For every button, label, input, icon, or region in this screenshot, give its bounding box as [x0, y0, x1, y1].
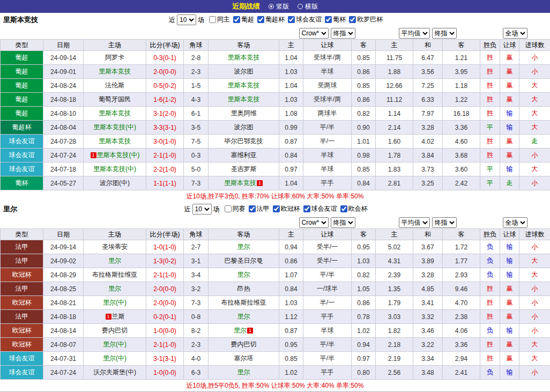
team-link[interactable]: 阿罗卡: [105, 54, 124, 61]
away-team-cell[interactable]: 塞尔塔: [209, 352, 279, 366]
home-team-cell[interactable]: 圣埃蒂安: [84, 240, 146, 254]
league-filter-checkbox[interactable]: [257, 16, 264, 23]
final-index-select[interactable]: 终指: [331, 217, 355, 228]
away-team-cell[interactable]: 里斯本竞技: [209, 93, 279, 107]
league-filter-同主[interactable]: 同主: [209, 15, 230, 24]
league-filter-欧冠杯[interactable]: 欧冠杯: [273, 204, 300, 213]
team-link[interactable]: 费内巴切: [231, 341, 257, 348]
league-filter-checkbox[interactable]: [288, 16, 295, 23]
layout-radio-horizontal[interactable]: 横版: [298, 2, 318, 11]
away-team-cell[interactable]: 里斯本竞技: [209, 79, 279, 93]
team-link[interactable]: 里斯本竞技: [99, 68, 131, 75]
team-link[interactable]: 沃尔夫斯堡(中): [93, 368, 136, 376]
away-team-cell[interactable]: 昂热: [209, 282, 279, 296]
team-link[interactable]: 法伦斯: [105, 82, 124, 89]
team-link[interactable]: 巴黎圣日尔曼: [225, 257, 263, 264]
away-team-cell[interactable]: 布拉格斯拉维亚: [209, 296, 279, 310]
score-cell[interactable]: 1-0(0-0): [146, 366, 184, 380]
home-team-cell[interactable]: 波尔图(中): [84, 176, 146, 190]
away-team-cell[interactable]: 圣吉罗斯: [209, 162, 279, 176]
score-cell[interactable]: 0-2(0-1): [146, 310, 184, 324]
score-cell[interactable]: 3-1(2-0): [146, 107, 184, 121]
home-team-cell[interactable]: 里斯本竞技: [84, 135, 146, 149]
team-link[interactable]: 昂热: [237, 285, 250, 292]
score-cell[interactable]: 1-6(1-2): [146, 93, 184, 107]
away-team-cell[interactable]: 毕尔巴鄂竞技: [209, 135, 279, 149]
team-link[interactable]: 里尔(中): [103, 341, 127, 348]
bookmaker-select[interactable]: Crow*: [299, 217, 329, 228]
away-team-cell[interactable]: 里尔: [209, 268, 279, 282]
match-count-select[interactable]: 10: [177, 14, 196, 25]
score-cell[interactable]: 2-1(1-0): [146, 338, 184, 352]
home-team-cell[interactable]: 1里斯本竞技(中): [84, 149, 146, 162]
away-team-cell[interactable]: 波尔图: [209, 65, 279, 79]
team-link[interactable]: 里斯本竞技(中): [93, 123, 136, 131]
team-link[interactable]: 波尔图(中): [100, 179, 130, 187]
layout-radio-vertical[interactable]: 竖版: [269, 2, 289, 11]
away-team-cell[interactable]: 里斯本竞技: [209, 51, 279, 65]
team-link[interactable]: 里尔(中): [103, 354, 127, 362]
final-index-select[interactable]: 终指: [331, 28, 355, 39]
league-filter-checkbox[interactable]: [249, 205, 256, 212]
score-cell[interactable]: 0-3(0-1): [146, 51, 184, 65]
scope-select[interactable]: 全场: [503, 217, 527, 228]
away-team-cell[interactable]: 塞维利亚: [209, 149, 279, 162]
team-link[interactable]: 兰斯: [112, 313, 125, 320]
team-link[interactable]: 费内巴切: [102, 327, 128, 334]
team-link[interactable]: 里尔: [108, 257, 121, 264]
team-link[interactable]: 里尔(中): [103, 299, 127, 306]
league-filter-同赛[interactable]: 同赛: [225, 204, 246, 213]
score-cell[interactable]: 2-0(0-0): [146, 65, 184, 79]
team-link[interactable]: 里奥阿维: [231, 109, 257, 117]
score-cell[interactable]: 3-3(3-1): [146, 121, 184, 135]
team-link[interactable]: 塞维利亚: [231, 151, 257, 159]
home-team-cell[interactable]: 里尔: [84, 254, 146, 268]
home-team-cell[interactable]: 里尔(中): [84, 296, 146, 310]
home-team-cell[interactable]: 里斯本竞技(中): [84, 162, 146, 176]
average-select[interactable]: 平均值: [399, 217, 430, 228]
league-filter-球会友谊[interactable]: 球会友谊: [288, 15, 322, 24]
away-team-cell[interactable]: 波尔图: [209, 121, 279, 135]
score-cell[interactable]: 2-2(1-0): [146, 162, 184, 176]
team-link[interactable]: 里斯本竞技: [224, 179, 256, 187]
away-team-cell[interactable]: 费内巴切: [209, 338, 279, 352]
bookmaker-select[interactable]: Crow*: [299, 28, 329, 39]
match-count-select[interactable]: 10: [192, 204, 212, 215]
team-link[interactable]: 里尔: [108, 285, 121, 292]
team-link[interactable]: 里尔: [237, 368, 250, 376]
away-team-cell[interactable]: 里斯本竞技1: [209, 176, 279, 190]
team-link[interactable]: 布拉格斯拉维亚: [92, 271, 137, 278]
home-team-cell[interactable]: 里尔(中): [84, 352, 146, 366]
away-team-cell[interactable]: 巴黎圣日尔曼: [209, 254, 279, 268]
team-link[interactable]: 里尔: [237, 243, 250, 250]
score-cell[interactable]: 3-0(1-0): [146, 135, 184, 149]
home-team-cell[interactable]: 费内巴切: [84, 324, 146, 338]
away-team-cell[interactable]: 里尔1: [209, 324, 279, 338]
score-cell[interactable]: 2-1(1-0): [146, 268, 184, 282]
home-team-cell[interactable]: 里尔(中): [84, 338, 146, 352]
score-cell[interactable]: 2-0(0-0): [146, 296, 184, 310]
score-cell[interactable]: 0-5(0-2): [146, 79, 184, 93]
team-link[interactable]: 里尔: [237, 271, 250, 278]
home-team-cell[interactable]: 里尔: [84, 282, 146, 296]
team-link[interactable]: 波尔图: [234, 68, 254, 75]
league-filter-葡超杯[interactable]: 葡超杯: [257, 15, 285, 24]
score-cell[interactable]: 1-0(1-0): [146, 240, 184, 254]
team-link[interactable]: 里斯本竞技: [99, 137, 131, 145]
home-team-cell[interactable]: 1兰斯: [84, 310, 146, 324]
league-filter-checkbox[interactable]: [340, 205, 347, 212]
league-filter-葡杯[interactable]: 葡杯: [325, 15, 346, 24]
league-filter-checkbox[interactable]: [233, 16, 240, 23]
league-filter-checkbox[interactable]: [349, 16, 356, 23]
team-link[interactable]: 圣吉罗斯: [231, 165, 257, 173]
final-index-select-2[interactable]: 终指: [432, 217, 457, 228]
league-filter-checkbox[interactable]: [273, 205, 280, 212]
team-link[interactable]: 毕尔巴鄂竞技: [225, 137, 263, 145]
league-filter-checkbox[interactable]: [303, 205, 310, 212]
team-link[interactable]: 里斯本竞技(中): [97, 151, 140, 159]
scope-select[interactable]: 全场: [503, 28, 527, 39]
team-link[interactable]: 塞尔塔: [234, 354, 254, 362]
league-filter-球会友谊[interactable]: 球会友谊: [303, 204, 337, 213]
score-cell[interactable]: 2-1(1-0): [146, 149, 184, 162]
score-cell[interactable]: 1-1(1-1): [146, 176, 184, 190]
